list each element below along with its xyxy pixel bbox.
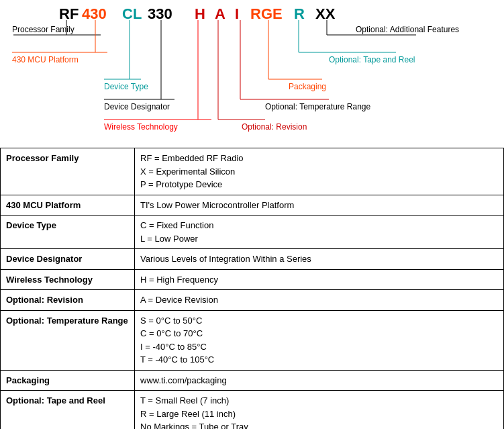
row-label: Optional: Tape and Reel: [1, 391, 135, 430]
row-label: Packaging: [1, 370, 135, 391]
info-table: Processor FamilyRF = Embedded RF RadioX …: [0, 148, 504, 429]
row-value: RF = Embedded RF RadioX = Experimental S…: [135, 148, 504, 195]
svg-text:430 MCU Platform: 430 MCU Platform: [12, 55, 79, 64]
table-row: 430 MCU PlatformTI's Low Power Microcont…: [1, 195, 504, 216]
table-row: Wireless TechnologyH = High Frequency: [1, 269, 504, 290]
table-row: Processor FamilyRF = Embedded RF RadioX …: [1, 148, 504, 195]
svg-text:Processor Family: Processor Family: [12, 25, 74, 34]
svg-text:330: 330: [148, 5, 172, 22]
table-row: Optional: Tape and ReelT = Small Reel (7…: [1, 391, 504, 430]
svg-text:Device Type: Device Type: [104, 82, 148, 91]
svg-text:I: I: [235, 5, 239, 22]
svg-text:430: 430: [82, 5, 107, 22]
row-value: C = Fixed FunctionL = Low Power: [135, 216, 504, 249]
row-value: H = High Frequency: [135, 269, 504, 290]
table-row: Optional: RevisionA = Device Revision: [1, 290, 504, 311]
row-value: Various Levels of Integration Within a S…: [135, 249, 504, 270]
row-label: Device Type: [1, 216, 135, 249]
svg-text:RGE: RGE: [250, 5, 283, 22]
diagram-area: RF 430 CL 330 H A I RGE R XX Processor F…: [0, 0, 504, 148]
row-label: Device Designator: [1, 249, 135, 270]
svg-text:H: H: [195, 5, 205, 22]
row-label: Optional: Temperature Range: [1, 310, 135, 370]
row-value: TI's Low Power Microcontroller Platform: [135, 195, 504, 216]
svg-text:Device Designator: Device Designator: [104, 102, 170, 111]
svg-text:Optional: Revision: Optional: Revision: [242, 122, 307, 132]
svg-text:Optional: Additional Features: Optional: Additional Features: [356, 25, 459, 34]
svg-text:Optional: Temperature Range: Optional: Temperature Range: [265, 102, 371, 111]
table-row: Device TypeC = Fixed FunctionL = Low Pow…: [1, 216, 504, 249]
svg-text:R: R: [294, 5, 305, 22]
svg-text:A: A: [215, 5, 225, 22]
table-row: Packagingwww.ti.com/packaging: [1, 370, 504, 391]
table-row: Optional: Temperature RangeS = 0°C to 50…: [1, 310, 504, 370]
row-label: Optional: Revision: [1, 290, 135, 311]
svg-text:Optional: Tape and Reel: Optional: Tape and Reel: [329, 55, 415, 64]
svg-text:Wireless Technology: Wireless Technology: [104, 122, 178, 132]
table-row: Device DesignatorVarious Levels of Integ…: [1, 249, 504, 270]
row-value: T = Small Reel (7 inch)R = Large Reel (1…: [135, 391, 504, 430]
row-value: www.ti.com/packaging: [135, 370, 504, 391]
row-value: A = Device Revision: [135, 290, 504, 311]
row-label: Processor Family: [1, 148, 135, 195]
row-value: S = 0°C to 50°CC = 0°C to 70°CI = -40°C …: [135, 310, 504, 370]
svg-text:CL: CL: [122, 5, 142, 22]
svg-text:XX: XX: [315, 5, 336, 22]
row-label: 430 MCU Platform: [1, 195, 135, 216]
svg-text:RF: RF: [59, 5, 79, 22]
row-label: Wireless Technology: [1, 269, 135, 290]
svg-text:Packaging: Packaging: [289, 82, 326, 91]
